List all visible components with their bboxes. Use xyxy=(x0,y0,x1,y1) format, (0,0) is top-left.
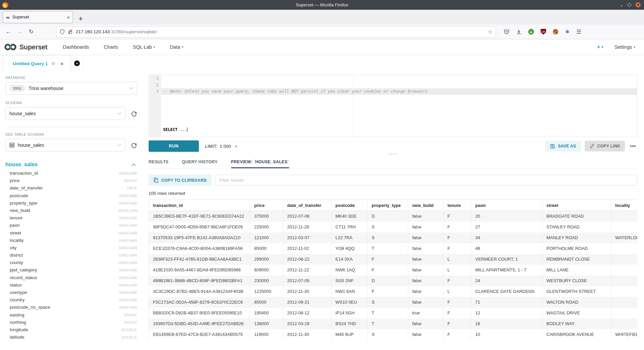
table-cell: F xyxy=(443,318,471,329)
table-cell: 225000 xyxy=(250,222,283,232)
drag-handle-icon[interactable]: ⋮ xyxy=(6,61,10,66)
table-name[interactable]: house_sales xyxy=(5,162,38,168)
pane-resize-handle[interactable] xyxy=(149,152,637,156)
minimize-button[interactable]: ⌄ xyxy=(620,3,623,7)
filter-results-input[interactable] xyxy=(215,175,637,186)
schema-column-row[interactable]: countryVARCHAR xyxy=(5,297,137,305)
table-cell: 2012-07-05 xyxy=(283,275,331,286)
back-button[interactable]: ← xyxy=(3,29,14,35)
shield-icon[interactable] xyxy=(60,29,65,34)
privacy-badger-icon[interactable]: ▲ xyxy=(528,29,534,35)
close-button[interactable]: ✕ xyxy=(636,2,641,7)
schema-column-row[interactable]: ppd_categoryVARCHAR xyxy=(5,267,137,275)
nav-item-charts[interactable]: Charts xyxy=(104,44,118,50)
limit-dropdown[interactable]: LIMIT: 1 000 ▾ xyxy=(205,144,237,149)
schema-column-row[interactable]: postcodeVARCHAR xyxy=(5,193,137,201)
superset-brand[interactable]: Superset xyxy=(4,43,47,51)
table-cell: false xyxy=(408,286,443,297)
table-row: 193907D3-5DBD-453D-A49E-9FEE27DAB9261380… xyxy=(149,318,638,329)
copy-to-clipboard-button[interactable]: COPY TO CLIPBOARD xyxy=(149,175,212,186)
column-header[interactable]: property_type xyxy=(368,200,408,211)
column-header[interactable]: postcode xyxy=(331,200,368,211)
column-header[interactable]: locality xyxy=(611,200,638,211)
url-text[interactable]: 217.160.120.143:32393/superset/sqllab/ xyxy=(76,29,485,34)
nav-item-data[interactable]: Data▾ xyxy=(170,44,183,50)
nav-item-sql-lab[interactable]: SQL Lab▾ xyxy=(133,44,155,50)
run-button[interactable]: RUN xyxy=(149,140,199,152)
container-asterisk-icon[interactable]: ✱ xyxy=(565,29,570,35)
tab-results[interactable]: RESULTS xyxy=(149,160,169,168)
query-tab[interactable]: ⋮ Untitled Query 1 × xyxy=(3,55,71,72)
column-header[interactable]: new_build xyxy=(408,200,443,211)
results-table-wrapper[interactable]: transaction_idpricedate_of_transferpostc… xyxy=(149,200,637,350)
refresh-schema-icon[interactable] xyxy=(131,111,137,117)
table-cell: 2012-11-02 xyxy=(283,243,331,254)
schema-column-row[interactable]: eastingBIGINT xyxy=(5,312,137,320)
schema-column-row[interactable]: streetVARCHAR xyxy=(5,230,137,238)
tab-preview-house-sales[interactable]: PREVIEW: `HOUSE_SALES` xyxy=(231,160,289,168)
table-cell xyxy=(611,254,638,265)
table-cell: 195450 xyxy=(250,308,283,318)
column-header[interactable]: price xyxy=(250,200,283,211)
schema-column-row[interactable]: priceBIGINT xyxy=(5,178,137,185)
schema-column-row[interactable]: tenureVARCHAR xyxy=(5,215,137,223)
collapse-chevron-icon[interactable] xyxy=(131,163,136,166)
schema-column-row[interactable]: usertypeVARCHAR xyxy=(5,290,137,297)
schema-column-row[interactable]: new_buildBOOLEAN xyxy=(5,208,137,215)
table-cell: 119000 xyxy=(250,329,283,340)
schema-column-row[interactable]: date_of_transferDATE xyxy=(5,185,137,193)
schema-column-row[interactable]: statusVARCHAR xyxy=(5,282,137,290)
pocket-icon[interactable] xyxy=(504,29,509,35)
insecure-lock-icon[interactable] xyxy=(68,29,73,34)
table-row: 98F5DC47-0D05-4D59-95B7-98CA6F1FDE052250… xyxy=(149,222,638,232)
schema-column-row[interactable]: postcode_no_spaceVARCHAR xyxy=(5,305,137,312)
copy-link-button[interactable]: COPY LINK xyxy=(585,141,625,151)
schema-select[interactable]: house_sales xyxy=(5,107,125,120)
forward-button[interactable]: → xyxy=(14,29,25,35)
column-header[interactable]: tenure xyxy=(443,200,471,211)
ublock-icon[interactable]: uO xyxy=(541,29,546,35)
table-cell: 34 xyxy=(471,232,542,243)
table-cell: 46 xyxy=(471,243,542,254)
query-tab-close-icon[interactable]: × xyxy=(60,61,63,67)
schema-column-row[interactable]: property_typeVARCHAR xyxy=(5,201,137,208)
tab-query-history[interactable]: QUERY HISTORY xyxy=(182,160,218,168)
url-bar[interactable]: 217.160.120.143:32393/superset/sqllab/ ☆ xyxy=(56,27,496,37)
schema-column-row[interactable]: localityVARCHAR xyxy=(5,238,137,245)
schema-column-row[interactable]: northingBIGINT xyxy=(5,320,137,327)
column-name: ppd_category xyxy=(10,267,37,272)
database-select[interactable]: trino Trino warehouse xyxy=(5,82,137,95)
more-options-button[interactable]: ••• xyxy=(629,143,637,149)
cookie-extension-icon[interactable] xyxy=(553,29,558,35)
add-query-tab-button[interactable]: + xyxy=(71,55,83,72)
save-as-button[interactable]: SAVE AS xyxy=(545,141,581,151)
schema-column-row[interactable]: record_statusVARCHAR xyxy=(5,275,137,282)
schema-column-row[interactable]: countyVARCHAR xyxy=(5,260,137,267)
schema-column-row[interactable]: districtVARCHAR xyxy=(5,253,137,260)
tab-close-icon[interactable]: × xyxy=(67,14,70,20)
maximize-button[interactable] xyxy=(627,3,632,7)
column-header[interactable]: transaction_id xyxy=(149,200,250,211)
column-name: city xyxy=(10,245,16,250)
settings-menu[interactable]: Settings▾ xyxy=(614,44,635,50)
browser-tab[interactable]: ∞ Superset × xyxy=(3,11,73,23)
bookmark-star-icon[interactable]: ☆ xyxy=(488,29,492,35)
column-header[interactable]: date_of_transfer xyxy=(283,200,331,211)
schema-column-row[interactable]: transaction_idVARCHAR xyxy=(5,171,137,178)
clipboard-icon xyxy=(154,178,158,183)
downloads-icon[interactable] xyxy=(516,29,522,35)
table-select[interactable]: house_sales xyxy=(5,139,125,151)
refresh-table-icon[interactable] xyxy=(131,142,137,148)
new-tab-button[interactable]: + xyxy=(78,15,83,25)
add-new-button[interactable]: +▾ xyxy=(597,44,603,50)
schema-column-row[interactable]: paonVARCHAR xyxy=(5,223,137,230)
menu-icon[interactable]: ☰ xyxy=(576,29,581,35)
column-header[interactable]: paon xyxy=(471,200,542,211)
schema-column-row[interactable]: longitudeDOUBLE xyxy=(5,327,137,335)
reload-button[interactable]: ↻ xyxy=(25,28,37,35)
schema-column-row[interactable]: latitudeDOUBLE xyxy=(5,335,137,342)
sql-editor[interactable]: 1 2 3 -- Note: Unless you save your quer… xyxy=(149,75,637,137)
nav-item-dashboards[interactable]: Dashboards xyxy=(63,44,89,50)
schema-column-row[interactable]: cityVARCHAR xyxy=(5,245,137,253)
column-header[interactable]: street xyxy=(542,200,611,211)
